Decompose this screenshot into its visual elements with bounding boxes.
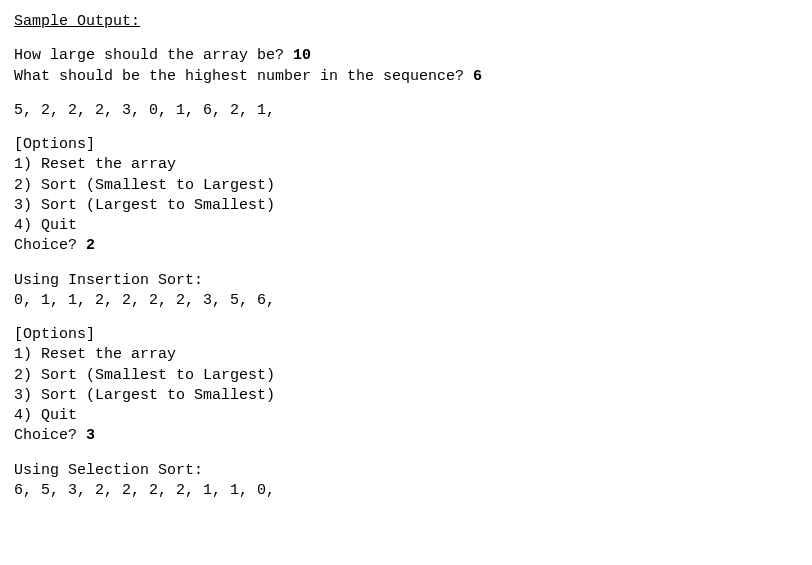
- menu1-item-1: 1) Reset the array: [14, 155, 798, 175]
- choice-prompt-2: Choice? 3: [14, 426, 798, 446]
- options-title-2: [Options]: [14, 325, 798, 345]
- selection-sort-title: Using Selection Sort:: [14, 461, 798, 481]
- menu2-item-3: 3) Sort (Largest to Smallest): [14, 386, 798, 406]
- options-menu-2: [Options] 1) Reset the array 2) Sort (Sm…: [14, 325, 798, 447]
- choice-prompt-1: Choice? 2: [14, 236, 798, 256]
- result-block-2: Using Selection Sort: 6, 5, 3, 2, 2, 2, …: [14, 461, 798, 502]
- menu1-item-2: 2) Sort (Smallest to Largest): [14, 176, 798, 196]
- choice-value-2: 3: [86, 427, 95, 444]
- array-size-value: 10: [293, 47, 311, 64]
- initial-array-block: 5, 2, 2, 2, 3, 0, 1, 6, 2, 1,: [14, 101, 798, 121]
- menu1-item-3: 3) Sort (Largest to Smallest): [14, 196, 798, 216]
- choice-label-2: Choice?: [14, 427, 86, 444]
- choice-label-1: Choice?: [14, 237, 86, 254]
- input-prompts-block: How large should the array be? 10 What s…: [14, 46, 798, 87]
- insertion-sort-title: Using Insertion Sort:: [14, 271, 798, 291]
- array-size-label: How large should the array be?: [14, 47, 293, 64]
- sample-output-heading: Sample Output:: [14, 12, 798, 32]
- menu2-item-4: 4) Quit: [14, 406, 798, 426]
- result-block-1: Using Insertion Sort: 0, 1, 1, 2, 2, 2, …: [14, 271, 798, 312]
- initial-array: 5, 2, 2, 2, 3, 0, 1, 6, 2, 1,: [14, 101, 798, 121]
- selection-sort-array: 6, 5, 3, 2, 2, 2, 2, 1, 1, 0,: [14, 481, 798, 501]
- options-title-1: [Options]: [14, 135, 798, 155]
- menu2-item-1: 1) Reset the array: [14, 345, 798, 365]
- menu1-item-4: 4) Quit: [14, 216, 798, 236]
- menu2-item-2: 2) Sort (Smallest to Largest): [14, 366, 798, 386]
- highest-number-label: What should be the highest number in the…: [14, 68, 473, 85]
- options-menu-1: [Options] 1) Reset the array 2) Sort (Sm…: [14, 135, 798, 257]
- insertion-sort-array: 0, 1, 1, 2, 2, 2, 2, 3, 5, 6,: [14, 291, 798, 311]
- highest-number-prompt: What should be the highest number in the…: [14, 67, 798, 87]
- choice-value-1: 2: [86, 237, 95, 254]
- highest-number-value: 6: [473, 68, 482, 85]
- array-size-prompt: How large should the array be? 10: [14, 46, 798, 66]
